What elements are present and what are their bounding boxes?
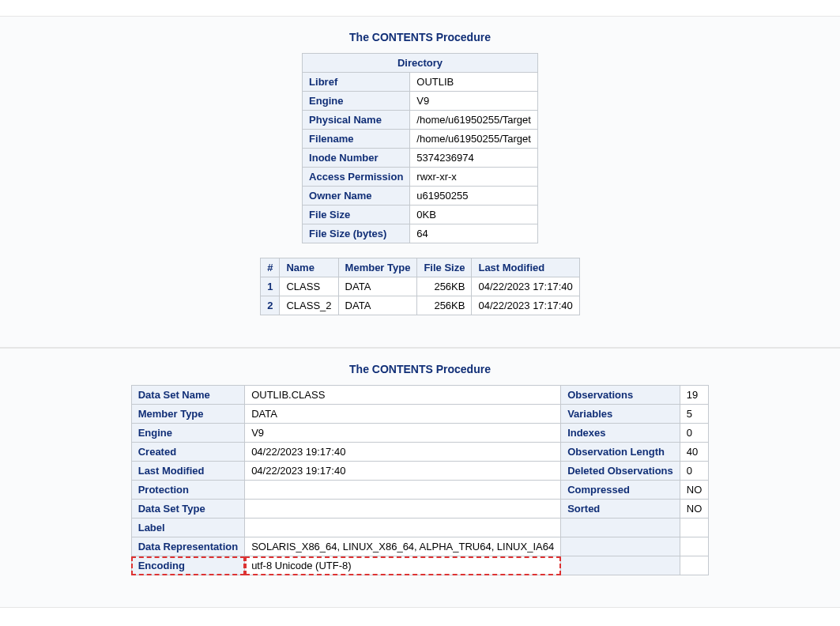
- directory-label: File Size (bytes): [303, 224, 410, 243]
- attr-label-left: Created: [131, 443, 244, 462]
- attr-value-left: utf-8 Unicode (UTF-8): [245, 556, 561, 575]
- directory-label: Filename: [303, 130, 410, 149]
- attr-row: Label: [131, 519, 709, 537]
- attr-label-right: Compressed: [561, 481, 680, 500]
- attr-value-left: 04/22/2023 19:17:40: [245, 462, 561, 481]
- directory-label: Physical Name: [303, 111, 410, 130]
- attr-label-left: Data Representation: [131, 537, 244, 556]
- attr-label-right: Observation Length: [561, 443, 680, 462]
- member-type: DATA: [338, 277, 417, 296]
- attr-row: Member TypeDATAVariables5: [131, 405, 709, 424]
- attr-value-right: [680, 537, 709, 556]
- directory-label: File Size: [303, 206, 410, 224]
- attr-label-left: Data Set Name: [131, 386, 244, 405]
- dataset-attributes-table: Data Set NameOUTLIB.CLASSObservations19M…: [131, 385, 710, 575]
- attr-row: Encodingutf-8 Unicode (UTF-8): [131, 556, 709, 575]
- directory-value: 5374236974: [410, 149, 538, 168]
- member-filesize: 256KB: [417, 296, 472, 315]
- attr-value-right: [680, 519, 709, 537]
- attr-value-left: [245, 519, 561, 537]
- attr-value-left: SOLARIS_X86_64, LINUX_X86_64, ALPHA_TRU6…: [245, 537, 561, 556]
- attr-label-right: Deleted Observations: [561, 462, 680, 481]
- row-number: 1: [261, 277, 280, 296]
- directory-row: EngineV9: [303, 92, 538, 111]
- attr-value-right: 0: [680, 424, 709, 443]
- attr-row: Data Set TypeSortedNO: [131, 500, 709, 519]
- members-header-cell: Member Type: [338, 258, 417, 277]
- directory-value: rwxr-xr-x: [410, 168, 538, 187]
- attr-label-left: Protection: [131, 481, 244, 500]
- attr-value-right: 19: [680, 386, 709, 405]
- directory-label: Engine: [303, 92, 410, 111]
- directory-table: Directory LibrefOUTLIBEngineV9Physical N…: [302, 53, 538, 243]
- attr-label-right: Observations: [561, 386, 680, 405]
- member-filesize: 256KB: [417, 277, 472, 296]
- attr-value-right: [680, 556, 709, 575]
- attr-value-left: [245, 481, 561, 500]
- directory-row: Access Permissionrwxr-xr-x: [303, 168, 538, 187]
- directory-label: Inode Number: [303, 149, 410, 168]
- members-header-cell: #: [261, 258, 280, 277]
- section-title: The CONTENTS Procedure: [0, 31, 840, 43]
- directory-value: 64: [410, 224, 538, 243]
- directory-row: LibrefOUTLIB: [303, 73, 538, 92]
- contents-procedure-section-1: The CONTENTS Procedure Directory LibrefO…: [0, 16, 840, 348]
- directory-value: u61950255: [410, 187, 538, 206]
- directory-row: File Size (bytes)64: [303, 224, 538, 243]
- attr-value-right: 5: [680, 405, 709, 424]
- members-table: #NameMember TypeFile SizeLast Modified 1…: [260, 258, 579, 315]
- directory-value: /home/u61950255/Target: [410, 130, 538, 149]
- directory-caption: Directory: [303, 54, 538, 73]
- attr-label-right: Indexes: [561, 424, 680, 443]
- member-name: CLASS_2: [280, 296, 338, 315]
- attr-value-left: DATA: [245, 405, 561, 424]
- attr-row: Data Set NameOUTLIB.CLASSObservations19: [131, 386, 709, 405]
- attr-row: Created04/22/2023 19:17:40Observation Le…: [131, 443, 709, 462]
- members-header-cell: File Size: [417, 258, 472, 277]
- member-lastmodified: 04/22/2023 17:17:40: [472, 296, 579, 315]
- attr-label-right: [561, 556, 680, 575]
- attr-row: EngineV9Indexes0: [131, 424, 709, 443]
- attr-row: Last Modified04/22/2023 19:17:40Deleted …: [131, 462, 709, 481]
- directory-value: /home/u61950255/Target: [410, 111, 538, 130]
- attr-value-right: NO: [680, 481, 709, 500]
- directory-row: Filename/home/u61950255/Target: [303, 130, 538, 149]
- attr-value-right: NO: [680, 500, 709, 519]
- directory-label: Libref: [303, 73, 410, 92]
- attr-row: ProtectionCompressedNO: [131, 481, 709, 500]
- directory-label: Access Permission: [303, 168, 410, 187]
- directory-value: V9: [410, 92, 538, 111]
- contents-procedure-section-2: The CONTENTS Procedure Data Set NameOUTL…: [0, 348, 840, 608]
- attr-label-left: Data Set Type: [131, 500, 244, 519]
- attr-label-left: Engine: [131, 424, 244, 443]
- attr-value-left: 04/22/2023 19:17:40: [245, 443, 561, 462]
- member-type: DATA: [338, 296, 417, 315]
- directory-row: Physical Name/home/u61950255/Target: [303, 111, 538, 130]
- section-title: The CONTENTS Procedure: [0, 363, 840, 375]
- attr-label-right: Variables: [561, 405, 680, 424]
- attr-row: Data RepresentationSOLARIS_X86_64, LINUX…: [131, 537, 709, 556]
- attr-label-left: Label: [131, 519, 244, 537]
- directory-row: File Size0KB: [303, 206, 538, 224]
- directory-row: Inode Number5374236974: [303, 149, 538, 168]
- attr-value-right: 0: [680, 462, 709, 481]
- attr-label-right: [561, 537, 680, 556]
- attr-label-right: [561, 519, 680, 537]
- attr-label-right: Sorted: [561, 500, 680, 519]
- directory-label: Owner Name: [303, 187, 410, 206]
- row-number: 2: [261, 296, 280, 315]
- attr-value-left: V9: [245, 424, 561, 443]
- attr-value-left: [245, 500, 561, 519]
- directory-value: OUTLIB: [410, 73, 538, 92]
- attr-label-left: Last Modified: [131, 462, 244, 481]
- members-row: 1CLASSDATA256KB04/22/2023 17:17:40: [261, 277, 579, 296]
- members-header-cell: Last Modified: [472, 258, 579, 277]
- member-lastmodified: 04/22/2023 17:17:40: [472, 277, 579, 296]
- members-header-cell: Name: [280, 258, 338, 277]
- members-row: 2CLASS_2DATA256KB04/22/2023 17:17:40: [261, 296, 579, 315]
- attr-label-left: Encoding: [131, 556, 244, 575]
- attr-value-right: 40: [680, 443, 709, 462]
- attr-value-left: OUTLIB.CLASS: [245, 386, 561, 405]
- directory-row: Owner Nameu61950255: [303, 187, 538, 206]
- member-name: CLASS: [280, 277, 338, 296]
